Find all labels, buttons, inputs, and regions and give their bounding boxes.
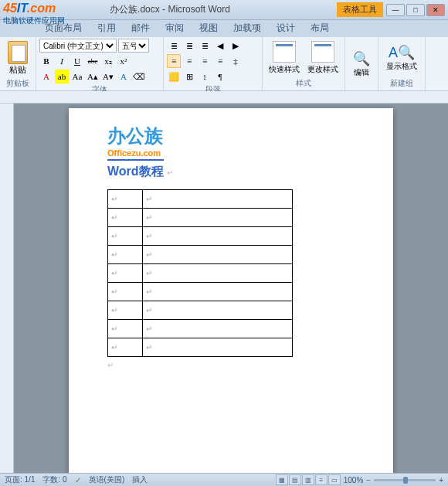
- shrink-font-button[interactable]: A▾: [101, 70, 115, 83]
- table-cell[interactable]: ↵: [143, 209, 293, 227]
- table-cell[interactable]: ↵: [143, 338, 293, 357]
- table-cell[interactable]: ↵: [143, 190, 293, 209]
- table-cell[interactable]: ↵: [108, 283, 143, 301]
- show-marks-button[interactable]: ¶: [213, 70, 227, 83]
- page[interactable]: 办公族 Officezu.com Word教程 ↵ ↵↵↵↵↵↵↵↵↵↵↵↵↵↵…: [69, 108, 393, 473]
- tab-mailings[interactable]: 邮件: [124, 19, 158, 37]
- highlight-button[interactable]: ab: [55, 70, 69, 83]
- table-cell[interactable]: ↵: [108, 227, 143, 246]
- decrease-indent-button[interactable]: ◀: [213, 39, 227, 53]
- page-viewport[interactable]: 办公族 Officezu.com Word教程 ↵ ↵↵↵↵↵↵↵↵↵↵↵↵↵↵…: [14, 104, 448, 473]
- document-table[interactable]: ↵↵↵↵↵↵↵↵↵↵↵↵↵↵↵↵↵↵: [107, 189, 293, 357]
- numbering-button[interactable]: ≣: [182, 39, 196, 53]
- table-row[interactable]: ↵↵: [108, 190, 293, 209]
- table-cell[interactable]: ↵: [108, 209, 143, 227]
- table-cell[interactable]: ↵: [108, 246, 143, 264]
- zoom-in-button[interactable]: +: [439, 476, 443, 484]
- italic-button[interactable]: I: [55, 54, 69, 68]
- zoom-out-button[interactable]: −: [366, 476, 371, 484]
- close-button[interactable]: ✕: [426, 4, 445, 16]
- fullscreen-view[interactable]: ▤: [289, 474, 301, 485]
- maximize-button[interactable]: □: [406, 4, 425, 16]
- show-format-label: 显示格式: [386, 61, 417, 72]
- statusbar: 页面: 1/1 字数: 0 ✓ 英语(美国) 插入 ▦ ▤ ▥ ≡ ▭ 100%…: [0, 473, 448, 486]
- shading-button[interactable]: 🟨: [167, 70, 181, 83]
- table-cell[interactable]: ↵: [143, 301, 293, 320]
- font-size-select[interactable]: 五号: [118, 39, 149, 53]
- web-view[interactable]: ▥: [302, 474, 314, 485]
- table-cell[interactable]: ↵: [108, 338, 143, 357]
- outline-view[interactable]: ≡: [315, 474, 328, 485]
- table-cell[interactable]: ↵: [143, 283, 293, 301]
- find-button[interactable]: 🔍 编辑: [348, 49, 375, 80]
- tab-view[interactable]: 视图: [192, 19, 226, 37]
- show-format-icon: A🔍: [389, 44, 415, 61]
- multilevel-button[interactable]: ≣: [198, 39, 212, 53]
- align-center-button[interactable]: ≡: [182, 54, 196, 68]
- status-words[interactable]: 字数: 0: [42, 474, 66, 485]
- logo-block: 办公族 Officezu.com Word教程 ↵: [107, 124, 355, 180]
- bold-button[interactable]: B: [39, 54, 53, 68]
- minimize-button[interactable]: —: [386, 4, 405, 16]
- table-cell[interactable]: ↵: [143, 246, 293, 264]
- borders-button[interactable]: ⊞: [182, 70, 196, 83]
- table-cell[interactable]: ↵: [143, 227, 293, 246]
- status-mode[interactable]: 插入: [132, 474, 148, 485]
- align-right-button[interactable]: ≡: [198, 54, 212, 68]
- table-cell[interactable]: ↵: [143, 264, 293, 283]
- sort-button[interactable]: ↕: [198, 70, 212, 83]
- tab-references[interactable]: 引用: [90, 19, 124, 37]
- table-cell[interactable]: ↵: [108, 320, 143, 338]
- horizontal-ruler[interactable]: [0, 91, 448, 104]
- bullets-button[interactable]: ≣: [167, 39, 181, 53]
- table-cell[interactable]: ↵: [108, 190, 143, 209]
- show-format-button[interactable]: A🔍 显示格式: [382, 42, 422, 73]
- table-row[interactable]: ↵↵: [108, 264, 293, 283]
- align-left-button[interactable]: ≡: [167, 54, 181, 68]
- quick-styles-button[interactable]: 快速样式: [266, 39, 303, 76]
- strike-button[interactable]: abc: [86, 54, 100, 68]
- table-row[interactable]: ↵↵: [108, 320, 293, 338]
- table-tools-tab[interactable]: 表格工具: [337, 2, 383, 17]
- change-case-button[interactable]: Aa: [70, 70, 84, 83]
- subscript-button[interactable]: x₂: [101, 54, 115, 68]
- superscript-button[interactable]: x²: [117, 54, 131, 68]
- tab-addins[interactable]: 加载项: [226, 19, 269, 37]
- table-row[interactable]: ↵↵: [108, 301, 293, 320]
- zoom-slider[interactable]: [374, 479, 436, 481]
- font-color-button[interactable]: A: [39, 70, 53, 83]
- tab-layout[interactable]: 布局: [303, 19, 337, 37]
- table-cell[interactable]: ↵: [143, 320, 293, 338]
- text-effects-button[interactable]: A: [117, 70, 131, 83]
- watermark: 45IT.com 电脑软硬件应用网: [3, 2, 65, 26]
- underline-button[interactable]: U: [70, 54, 84, 68]
- tab-review[interactable]: 审阅: [158, 19, 192, 37]
- zoom-percent[interactable]: 100%: [344, 476, 364, 484]
- grow-font-button[interactable]: A▴: [86, 70, 100, 83]
- table-cell[interactable]: ↵: [108, 264, 143, 283]
- draft-view[interactable]: ▭: [328, 474, 341, 485]
- watermark-logo: 45IT.com: [3, 2, 65, 15]
- table-row[interactable]: ↵↵: [108, 338, 293, 357]
- align-justify-button[interactable]: ≡: [213, 54, 227, 68]
- vertical-ruler[interactable]: [0, 104, 14, 473]
- clear-format-button[interactable]: ⌫: [132, 70, 146, 83]
- table-row[interactable]: ↵↵: [108, 227, 293, 246]
- font-group: Calibri (中文正文) 五号 B I U abc x₂ x² A ab A…: [36, 37, 164, 90]
- spellcheck-icon[interactable]: ✓: [75, 476, 81, 484]
- status-lang[interactable]: 英语(美国): [89, 474, 125, 485]
- line-spacing-button[interactable]: ‡: [229, 54, 243, 68]
- paste-icon: [8, 41, 28, 64]
- change-styles-button[interactable]: 更改样式: [304, 39, 341, 76]
- tab-design[interactable]: 设计: [269, 19, 303, 37]
- table-cell[interactable]: ↵: [108, 301, 143, 320]
- styles-label: 样式: [266, 77, 341, 89]
- print-layout-view[interactable]: ▦: [276, 474, 288, 485]
- paste-button[interactable]: 粘贴: [3, 39, 32, 77]
- increase-indent-button[interactable]: ▶: [229, 39, 243, 53]
- font-name-select[interactable]: Calibri (中文正文): [39, 39, 117, 53]
- table-row[interactable]: ↵↵: [108, 209, 293, 227]
- table-row[interactable]: ↵↵: [108, 246, 293, 264]
- table-row[interactable]: ↵↵: [108, 283, 293, 301]
- status-page[interactable]: 页面: 1/1: [5, 474, 35, 485]
